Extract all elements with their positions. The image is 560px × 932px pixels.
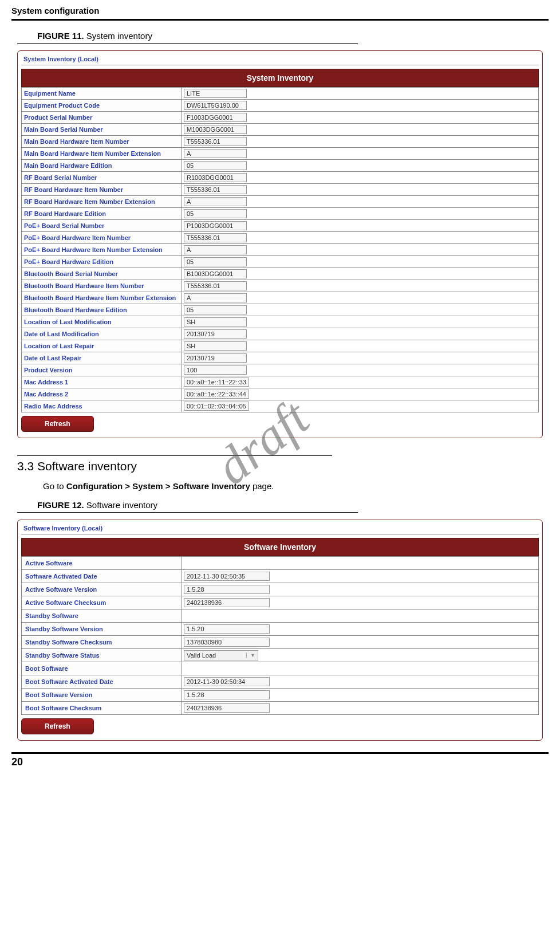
figure-11-text: System inventory [86, 31, 152, 41]
row-label: Boot Software Activated Date [22, 675, 182, 689]
row-label: Standby Software Checksum [22, 636, 182, 649]
value-field[interactable]: T555336.01 [184, 233, 247, 242]
row-label: Standby Software Status [22, 649, 182, 662]
value-field[interactable]: 05 [184, 257, 247, 266]
table-row: RF Board Hardware Item Number ExtensionA [22, 196, 539, 208]
table-row: Mac Address 100::a0::1e::11::22::33 [22, 376, 539, 388]
row-value-cell: A [182, 292, 539, 304]
table-row: Date of Last Repair20130719 [22, 352, 539, 364]
row-value-cell: 2402138936 [182, 702, 539, 715]
row-label: RF Board Hardware Item Number [22, 184, 182, 196]
value-field[interactable]: 20130719 [184, 353, 247, 363]
row-label: Product Version [22, 364, 182, 376]
row-label: Main Board Hardware Edition [22, 160, 182, 172]
value-field[interactable]: P1003DGG0001 [184, 221, 247, 230]
table-row: PoE+ Board Serial NumberP1003DGG0001 [22, 220, 539, 232]
value-field[interactable]: 2012-11-30 02:50:35 [184, 572, 270, 581]
row-label: Boot Software Version [22, 689, 182, 702]
value-field[interactable]: SH [184, 341, 247, 351]
value-field[interactable]: 1.5.28 [184, 585, 270, 594]
row-value-cell: 05 [182, 208, 539, 220]
refresh-button[interactable]: Refresh [21, 416, 94, 432]
row-label: Software Activated Date [22, 570, 182, 583]
value-field[interactable]: 00::01::02::03::04::05 [184, 402, 249, 411]
value-field[interactable]: 00::a0::1e::11::22::33 [184, 377, 249, 387]
row-value-cell: 00::01::02::03::04::05 [182, 400, 539, 412]
value-field[interactable]: A [184, 293, 247, 302]
row-label: Active Software [22, 557, 182, 570]
value-field[interactable]: M1003DGG0001 [184, 125, 247, 134]
table-row: Main Board Hardware Item Number Extensio… [22, 148, 539, 160]
table-row: Bluetooth Board Hardware Edition05 [22, 304, 539, 316]
row-label: RF Board Hardware Item Number Extension [22, 196, 182, 208]
value-field[interactable]: T555336.01 [184, 281, 247, 290]
value-field[interactable]: A [184, 245, 247, 254]
table-row: Bluetooth Board Serial NumberB1003DGG000… [22, 268, 539, 280]
refresh-button-2[interactable]: Refresh [21, 718, 94, 734]
value-field[interactable]: 05 [184, 209, 247, 218]
value-field[interactable]: 100 [184, 365, 247, 375]
table-row: RF Board Hardware Edition05 [22, 208, 539, 220]
value-field[interactable]: SH [184, 317, 247, 327]
row-label: Boot Software [22, 662, 182, 675]
value-field[interactable]: 1.5.20 [184, 624, 270, 634]
row-value-cell: 1.5.28 [182, 583, 539, 596]
value-field[interactable]: F1003DGG0001 [184, 113, 247, 122]
table-row: Boot Software Checksum2402138936 [22, 702, 539, 715]
row-value-cell: SH [182, 316, 539, 328]
value-field[interactable]: 20130719 [184, 329, 247, 339]
row-label: Bluetooth Board Hardware Item Number [22, 280, 182, 292]
value-field[interactable]: A [184, 197, 247, 206]
value-field[interactable]: 2402138936 [184, 598, 270, 607]
row-value-cell: 00::a0::1e::22::33::44 [182, 388, 539, 400]
value-field[interactable]: 05 [184, 305, 247, 314]
table-row: Product Serial NumberF1003DGG0001 [22, 112, 539, 124]
software-inventory-tab: Software Inventory (Local) [21, 524, 539, 534]
table-row: Location of Last ModificationSH [22, 316, 539, 328]
chevron-down-icon: ▼ [246, 652, 255, 658]
figure-12-text: Software inventory [86, 500, 157, 510]
select-value: Valid Load [187, 652, 216, 659]
table-row: RF Board Hardware Item NumberT555336.01 [22, 184, 539, 196]
row-label: Date of Last Modification [22, 328, 182, 340]
row-value-cell: 20130719 [182, 352, 539, 364]
row-value-cell: T555336.01 [182, 136, 539, 148]
footer-rule [11, 752, 549, 754]
value-field[interactable]: 1378030980 [184, 638, 270, 647]
row-label: PoE+ Board Hardware Item Number [22, 232, 182, 244]
value-field[interactable]: B1003DGG0001 [184, 269, 247, 278]
row-value-cell: 05 [182, 256, 539, 268]
section-rule [17, 455, 332, 456]
value-field[interactable]: R1003DGG0001 [184, 173, 247, 182]
value-field[interactable]: T555336.01 [184, 185, 247, 194]
value-field[interactable]: A [184, 149, 247, 158]
row-label: PoE+ Board Hardware Item Number Extensio… [22, 244, 182, 256]
table-row: PoE+ Board Hardware Item Number Extensio… [22, 244, 539, 256]
table-row: Bluetooth Board Hardware Item NumberT555… [22, 280, 539, 292]
table-row: Main Board Hardware Edition05 [22, 160, 539, 172]
status-select[interactable]: Valid Load▼ [184, 650, 258, 660]
row-value-cell: T555336.01 [182, 232, 539, 244]
row-value-cell: LITE [182, 88, 539, 100]
row-value-cell: 00::a0::1e::11::22::33 [182, 376, 539, 388]
value-field[interactable]: T555336.01 [184, 137, 247, 146]
table-row: Bluetooth Board Hardware Item Number Ext… [22, 292, 539, 304]
value-field[interactable]: 2402138936 [184, 703, 270, 713]
row-label: RF Board Serial Number [22, 172, 182, 184]
row-value-cell: A [182, 148, 539, 160]
row-value-cell: P1003DGG0001 [182, 220, 539, 232]
value-field[interactable]: 2012-11-30 02:50:34 [184, 677, 270, 686]
value-field[interactable]: 00::a0::1e::22::33::44 [184, 390, 249, 399]
row-label: RF Board Hardware Edition [22, 208, 182, 220]
value-field[interactable]: 05 [184, 161, 247, 170]
row-label: Location of Last Modification [22, 316, 182, 328]
value-field[interactable]: LITE [184, 89, 247, 98]
value-field[interactable]: 1.5.28 [184, 690, 270, 699]
software-inventory-table: Active SoftwareSoftware Activated Date20… [21, 556, 539, 715]
row-value-cell: 2402138936 [182, 596, 539, 609]
caption-rule [17, 43, 358, 44]
row-value-cell: 1.5.20 [182, 623, 539, 636]
value-field[interactable]: DW61LT5G190.00 [184, 101, 247, 110]
row-value-cell: T555336.01 [182, 184, 539, 196]
row-label: Location of Last Repair [22, 340, 182, 352]
